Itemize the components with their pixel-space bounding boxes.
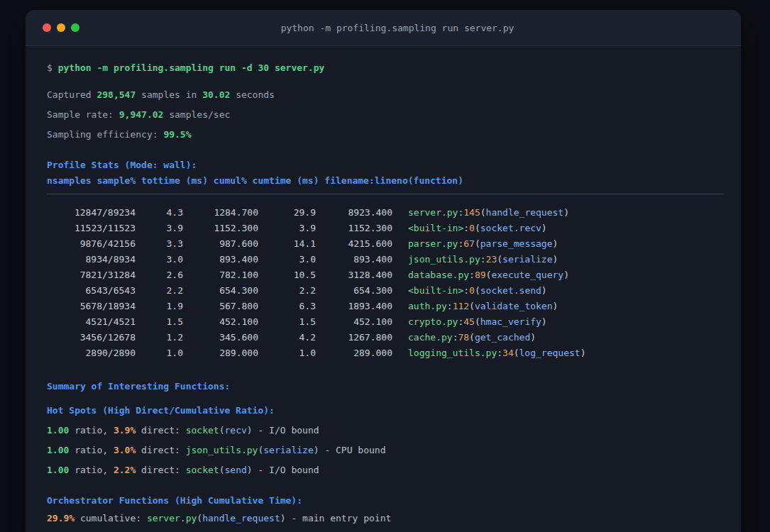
efficiency-line: Sampling efficiency: 99.5% [47,128,720,142]
window-title: python -m profiling.sampling run server.… [88,23,707,33]
cell-cumtime: 4215.600 [316,236,392,252]
maximize-button[interactable] [71,23,79,32]
file-name: json_utils.py [408,254,480,265]
cell-cumul-pct: 3.9 [258,221,316,236]
function-name: execute_query [491,270,563,280]
titlebar[interactable]: python -m profiling.sampling run server.… [26,10,741,46]
ratio-label: ratio, [69,425,114,436]
line-number: 34 [502,348,514,358]
line-number: 89 [475,270,486,280]
cell-tottime: 345.600 [183,330,258,345]
close-button[interactable] [43,23,51,32]
orchestrator-row: 14.1% cumulative: parser.py(parse_messag… [47,529,720,532]
hot-spots-title: Hot Spots (High Direct/Cumulative Ratio)… [47,404,720,418]
captured-line: Captured 298,547 samples in 30.02 second… [47,88,720,102]
open-paren: ( [219,465,225,475]
line-number: 0 [469,285,475,296]
cell-location: parser.py:67(parse_message) [408,236,558,252]
cell-sample-pct: 1.5 [136,314,183,330]
cell-cumtime: 654.300 [316,283,392,299]
cell-nsamples: 4521/4521 [47,314,136,330]
ratio-label: ratio, [69,465,114,475]
function-name: handle_request [202,513,280,523]
function-name: send [225,465,247,475]
open-paren: ( [514,348,519,358]
colon: : [497,348,502,358]
cell-location: json_utils.py:23(serialize) [408,252,558,267]
function-name: hmac_verify [480,316,541,327]
close-paren: ) [280,513,286,523]
target-name: socket [186,465,219,475]
direct-pct: 3.0% [114,445,136,455]
line-number: 0 [469,223,475,233]
cell-sample-pct: 3.0 [136,252,183,267]
table-divider [47,194,724,194]
hot-spot-row: 1.00 ratio, 3.9% direct: socket(recv) - … [47,423,720,438]
cell-location: cache.py:78(get_cached) [408,330,536,345]
cell-nsamples: 12847/89234 [47,205,136,221]
close-paren: ) [563,207,569,218]
colon: : [447,301,453,311]
profile-stats-title: Profile Stats (Mode: wall): [47,157,720,173]
cell-location: database.py:89(execute_query) [408,267,569,283]
cell-location: auth.py:112(validate_token) [408,299,558,314]
file-name: <built-in> [408,285,463,296]
direct-pct: 2.2% [114,465,136,475]
target-name: json_utils.py [186,445,258,455]
file-name: cache.py [408,332,453,343]
shell-command: python -m profiling.sampling run -d 30 s… [58,62,325,73]
sample-rate-label: Sample rate: [47,109,119,120]
sample-rate-line: Sample rate: 9,947.02 samples/sec [47,108,720,122]
cell-location: <built-in>:0(socket.send) [408,283,547,299]
open-paren: ( [475,223,480,233]
cumulative-pct: 29.9% [47,513,75,523]
cell-nsamples: 2890/2890 [47,345,136,361]
captured-prefix: Captured [47,89,97,100]
ratio-value: 1.00 [47,425,69,436]
bound-note: - I/O bound [253,425,319,436]
table-row: 4521/45211.5452.1001.5452.100crypto.py:4… [47,314,720,330]
cell-cumtime: 289.000 [316,345,392,361]
table-row: 12847/892344.31284.70029.98923.400server… [47,205,720,221]
function-name: get_cached [475,332,530,343]
cumulative-label: cumulative: [75,513,147,523]
open-paren: ( [469,301,475,311]
cell-tottime: 654.300 [183,283,258,299]
captured-infix: samples in [136,89,202,100]
efficiency-label: Sampling efficiency: [47,129,163,140]
sample-rate-value: 9,947.02 [119,109,164,120]
cell-location: crypto.py:45(hmac_verify) [408,314,547,330]
ratio-value: 1.00 [47,465,69,475]
close-paren: ) [581,348,586,358]
function-name: socket.send [480,285,541,296]
file-name: <built-in> [408,223,463,233]
function-name: socket.recv [480,223,541,233]
open-paren: ( [469,332,475,343]
colon: : [463,223,469,233]
ratio-label: ratio, [69,445,114,455]
file-name: database.py [408,270,469,280]
line-number: 78 [458,332,469,343]
minimize-button[interactable] [57,23,65,32]
close-paren: ) [553,254,559,265]
cell-cumul-pct: 1.5 [258,314,316,330]
cell-tottime: 1284.700 [183,205,258,221]
cell-sample-pct: 2.2 [136,283,183,299]
cell-cumtime: 452.100 [316,314,392,330]
function-name: recv [225,425,247,436]
close-paren: ) [247,465,253,475]
table-row: 11523/115233.91152.3003.91152.300<built-… [47,221,720,236]
cell-cumul-pct: 3.0 [258,252,316,267]
cell-cumul-pct: 29.9 [258,205,316,221]
file-name: server.py [408,207,458,218]
terminal-window: python -m profiling.sampling run server.… [26,10,741,532]
captured-samples: 298,547 [97,89,136,100]
function-name: parse_message [480,238,553,249]
close-paren: ) [563,270,569,280]
summary-title: Summary of Interesting Functions: [47,379,720,394]
profile-table-header: nsamples sample% tottime (ms) cumul% cum… [47,173,720,189]
prompt-line: $ python -m profiling.sampling run -d 30… [47,61,720,75]
colon: : [480,254,486,265]
sample-rate-unit: samples/sec [163,109,230,120]
cell-nsamples: 11523/11523 [47,221,136,236]
